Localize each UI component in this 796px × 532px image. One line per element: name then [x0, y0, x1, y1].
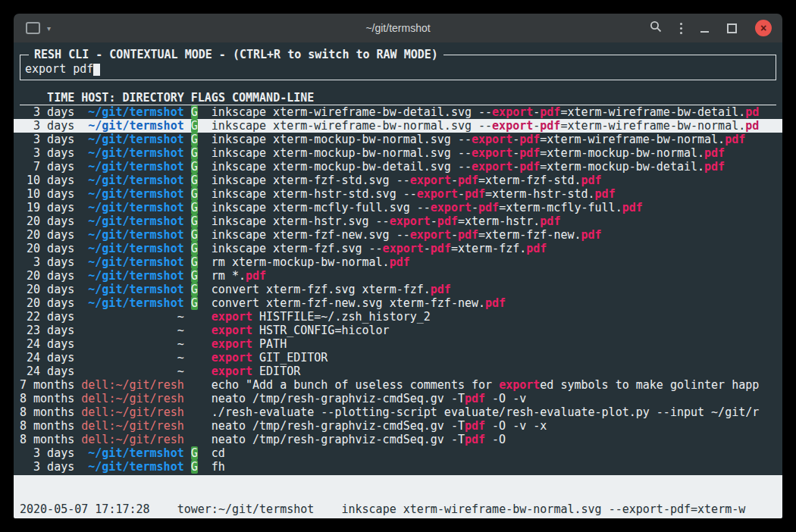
text-cursor	[93, 64, 100, 76]
row-time: 3 days	[20, 133, 74, 146]
row-host: ~/git/termshot	[81, 460, 183, 474]
git-flag-badge: G	[191, 187, 198, 201]
history-row[interactable]: 20 days ~/git/termshot G inkscape xterm-…	[14, 242, 782, 255]
history-row[interactable]: 19 days ~/git/termshot G inkscape xterm-…	[14, 201, 782, 214]
history-row[interactable]: 3 days ~/git/termshot G inkscape xterm-m…	[14, 133, 782, 146]
row-flags: G	[191, 296, 198, 310]
history-row[interactable]: 24 days ~ export EDITOR	[14, 365, 782, 378]
row-host: ~/git/termshot	[81, 119, 183, 133]
row-host: ~/git/termshot	[81, 269, 183, 283]
match-highlight: export	[212, 324, 252, 337]
new-terminal-icon[interactable]	[26, 22, 40, 34]
match-highlight: export	[492, 119, 533, 133]
row-command: inkscape xterm-fzf.svg --export-pdf=xter…	[212, 242, 547, 255]
search-input[interactable]: export pdf	[25, 62, 100, 76]
row-host: ~/git/termshot	[81, 160, 183, 174]
row-time: 24 days	[20, 337, 74, 351]
git-flag-badge: G	[191, 174, 198, 187]
row-time: 7 days	[20, 160, 74, 174]
history-row[interactable]: 23 days ~ export HSTR_CONFIG=hicolor	[14, 324, 782, 337]
row-time: 20 days	[20, 296, 74, 310]
git-flag-badge: G	[191, 255, 198, 269]
row-command: inkscape xterm-wireframe-bw-detail.svg -…	[212, 105, 759, 119]
titlebar-left: ▾	[14, 22, 51, 34]
git-flag-badge: G	[191, 201, 198, 214]
history-row[interactable]: 3 days ~/git/termshot G inkscape xterm-w…	[14, 105, 782, 119]
row-host: ~/git/termshot	[81, 201, 183, 214]
titlebar: ▾ ~/git/termshot ×	[14, 14, 782, 42]
match-highlight: pdf	[478, 201, 499, 214]
match-highlight: pdf	[465, 419, 485, 433]
history-row[interactable]: 3 days ~/git/termshot G inkscape xterm-m…	[14, 146, 782, 160]
history-row[interactable]: 7 days ~/git/termshot G inkscape xterm-m…	[14, 160, 782, 174]
history-row[interactable]: 22 days ~ export HISTFILE=~/.zsh_history…	[14, 310, 782, 324]
history-row[interactable]: 8 months dell:~/git/resh ./resh-evaluate…	[14, 405, 782, 419]
row-time: 3 days	[20, 146, 74, 160]
history-row[interactable]: 20 days ~/git/termshot G inkscape xterm-…	[14, 214, 782, 228]
match-highlight: pdf	[465, 392, 485, 405]
minimize-icon[interactable]	[700, 31, 709, 33]
match-highlight: pdf	[465, 433, 485, 446]
match-highlight: pd	[745, 105, 759, 119]
close-icon[interactable]: ×	[755, 20, 772, 36]
row-time: 22 days	[20, 310, 74, 324]
match-highlight: pdf	[437, 214, 458, 228]
match-highlight: pdf	[581, 174, 602, 187]
git-flag-badge: G	[191, 214, 198, 228]
row-time: 20 days	[20, 269, 74, 283]
row-command: convert xterm-fzf.svg xterm-fzf.pdf	[212, 283, 451, 296]
row-time: 20 days	[20, 283, 74, 296]
history-row[interactable]: 3 days ~/git/termshot G rm xterm-mockup-…	[14, 255, 782, 269]
row-host: ~/git/termshot	[81, 242, 183, 255]
history-row[interactable]: 7 months dell:~/git/resh echo "Add a bun…	[14, 378, 782, 392]
history-row[interactable]: 20 days ~/git/termshot G rm *.pdf	[14, 269, 782, 283]
row-flags: G	[191, 174, 198, 187]
history-row[interactable]: 20 days ~/git/termshot G convert xterm-f…	[14, 283, 782, 296]
restore-icon[interactable]	[727, 23, 737, 33]
match-highlight: export	[410, 174, 451, 187]
history-row[interactable]: 10 days ~/git/termshot G inkscape xterm-…	[14, 174, 782, 187]
table-header: TIME HOST: DIRECTORY FLAGS COMMAND-LINE	[20, 91, 776, 105]
history-row[interactable]: 3 days ~/git/termshot G cd	[14, 446, 782, 460]
history-row[interactable]: 3 days ~/git/termshot G fh	[14, 460, 782, 474]
row-command: echo "Add a bunch of useless comments fo…	[212, 378, 759, 392]
row-command: inkscape xterm-fzf-new.svg --export-pdf=…	[212, 228, 602, 242]
row-host: ~/git/termshot	[81, 105, 183, 119]
history-row[interactable]: 24 days ~ export GIT_EDITOR	[14, 351, 782, 365]
git-flag-badge: G	[191, 119, 198, 133]
row-time: 10 days	[20, 174, 74, 187]
history-row[interactable]: 8 months dell:~/git/resh neato /tmp/resh…	[14, 419, 782, 433]
history-row-selected[interactable]: 3 days ~/git/termshot G inkscape xterm-w…	[14, 119, 782, 133]
history-row[interactable]: 10 days ~/git/termshot G inkscape xterm-…	[14, 187, 782, 201]
history-row[interactable]: 24 days ~ export PATH	[14, 337, 782, 351]
match-highlight: export	[431, 201, 472, 214]
search-box[interactable]: RESH CLI - CONTEXTUAL MODE - (CTRL+R to …	[20, 55, 776, 80]
history-row[interactable]: 20 days ~/git/termshot G inkscape xterm-…	[14, 228, 782, 242]
row-host: dell:~/git/resh	[81, 378, 183, 392]
row-flags: G	[191, 269, 198, 283]
git-flag-badge: G	[191, 133, 198, 146]
row-command: inkscape xterm-hstr-std.svg --export-pdf…	[212, 187, 616, 201]
row-host: ~/git/termshot	[81, 283, 183, 296]
history-row[interactable]: 8 months dell:~/git/resh neato /tmp/resh…	[14, 392, 782, 405]
history-row[interactable]: 20 days ~/git/termshot G convert xterm-f…	[14, 296, 782, 310]
detail-panel: 2020-05-07 17:17:28 tower:~/git/termshot…	[14, 475, 782, 518]
match-highlight: pdf	[704, 146, 725, 160]
row-host: ~	[81, 337, 183, 351]
row-time: 19 days	[20, 201, 74, 214]
match-highlight: pdf	[431, 242, 451, 255]
match-highlight: pdf	[458, 228, 478, 242]
row-command: neato /tmp/resh-graphviz-cmdSeq.gv -Tpdf…	[212, 392, 526, 405]
git-flag-badge: G	[191, 446, 198, 460]
history-row[interactable]: 8 months dell:~/git/resh neato /tmp/resh…	[14, 433, 782, 446]
kebab-menu-icon[interactable]	[680, 23, 682, 34]
git-flag-badge: G	[191, 242, 198, 255]
history-list: 3 days ~/git/termshot G inkscape xterm-w…	[14, 105, 782, 474]
search-icon[interactable]	[650, 20, 662, 36]
git-flag-badge: G	[191, 296, 198, 310]
match-highlight: export	[472, 133, 512, 146]
row-host: dell:~/git/resh	[81, 419, 183, 433]
match-highlight: export	[417, 187, 458, 201]
dropdown-caret-icon[interactable]: ▾	[47, 24, 51, 33]
row-time: 3 days	[20, 105, 74, 119]
